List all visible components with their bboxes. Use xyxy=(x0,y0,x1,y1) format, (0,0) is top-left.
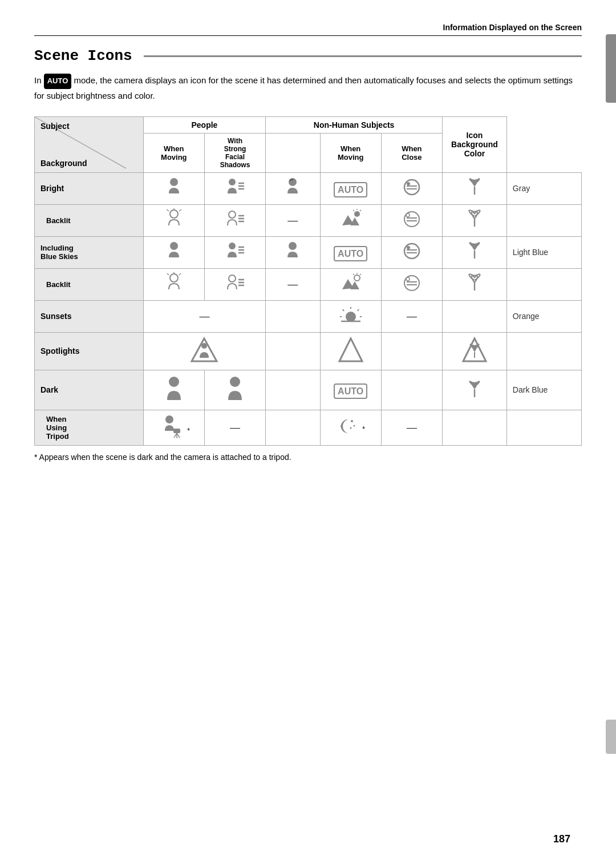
spotlights-nonhuman xyxy=(320,332,381,370)
spotlight-flower-icon xyxy=(461,336,488,364)
section-title: Scene Icons xyxy=(34,47,582,64)
backlit2-nonhuman xyxy=(320,268,381,300)
icon-bg-color-header: IconBackgroundColor xyxy=(443,116,507,172)
top-header: Information Displayed on the Screen xyxy=(34,23,582,36)
backlit2-nh-moving xyxy=(381,268,442,300)
tripod-nonhuman: * xyxy=(320,410,381,445)
person-strong-icon xyxy=(224,176,246,198)
flower-blue-icon xyxy=(464,240,485,262)
with-strong-header: WithStrongFacialShadows xyxy=(204,133,265,172)
spotlight-person-icon xyxy=(189,336,219,364)
person-backlit-icon xyxy=(163,208,185,230)
svg-line-60 xyxy=(343,309,344,311)
svg-point-29 xyxy=(170,242,178,250)
circle-blue-lines-icon xyxy=(401,240,423,262)
person-blue-lines-icon xyxy=(224,240,246,262)
svg-point-7 xyxy=(404,180,419,195)
svg-point-2 xyxy=(229,179,236,185)
circle-lines-icon xyxy=(401,176,423,198)
flower-icon xyxy=(464,176,485,198)
svg-point-65 xyxy=(201,343,207,349)
color-darkblue: Dark Blue xyxy=(506,370,581,410)
person-blue-backlit-icon xyxy=(163,272,185,294)
svg-point-76 xyxy=(354,425,355,426)
page-number: 187 xyxy=(553,833,570,845)
tripod-people-strong: — xyxy=(204,410,265,445)
person-shadow-icon xyxy=(282,176,303,198)
backlit1-people-moving xyxy=(143,204,204,236)
flower-backlit-icon xyxy=(464,208,485,230)
blue-nh-moving xyxy=(381,236,442,268)
sunsets-people-strong2 xyxy=(266,300,320,332)
svg-line-23 xyxy=(360,210,361,211)
bg-backlit1: Backlit xyxy=(35,204,144,236)
flower-blue-backlit-icon xyxy=(464,272,485,294)
landscape-blue-backlit-icon xyxy=(340,272,362,294)
footnote: * Appears when the scene is dark and the… xyxy=(34,453,582,462)
svg-point-11 xyxy=(170,210,178,218)
flower-dark-icon xyxy=(464,378,485,399)
auto-gray-badge: AUTO xyxy=(334,182,367,197)
svg-point-70 xyxy=(165,415,173,423)
table-row: Backlit — xyxy=(35,204,582,236)
svg-point-39 xyxy=(170,274,178,282)
spotlights-nh-close xyxy=(443,332,507,370)
bg-spotlights: Spotlights xyxy=(35,332,144,370)
svg-point-56 xyxy=(406,277,410,281)
bright-people-strong2 xyxy=(266,172,320,204)
color-blank1 xyxy=(506,204,581,236)
dark-nonhuman: AUTO xyxy=(320,370,381,410)
right-tab2 xyxy=(606,720,616,754)
tripod-people-moving: * xyxy=(143,410,204,445)
nh-when-close-header: WhenClose xyxy=(381,133,442,172)
color-blank2 xyxy=(506,268,581,300)
table-row: IncludingBlue Skies xyxy=(35,236,582,268)
table-row: WhenUsingTripod * — xyxy=(35,410,582,445)
svg-point-75 xyxy=(351,420,353,422)
svg-marker-66 xyxy=(339,338,362,361)
spotlights-people-strong2 xyxy=(266,332,320,370)
color-blank4 xyxy=(506,410,581,445)
table-row: Dark AUTO xyxy=(35,370,582,410)
people-header: People xyxy=(143,116,266,133)
svg-line-12 xyxy=(167,209,169,211)
bg-blue-skies: IncludingBlue Skies xyxy=(35,236,144,268)
backlit2-people-strong2: — xyxy=(266,268,320,300)
dark-people-strong2 xyxy=(266,370,320,410)
auto-lightblue-badge: AUTO xyxy=(334,246,367,261)
landscape-backlit-icon xyxy=(340,208,362,230)
dark-nh-close xyxy=(443,370,507,410)
backlit1-nh-close xyxy=(443,204,507,236)
nonhuman-col1-header xyxy=(266,133,320,172)
tripod-people-strong2 xyxy=(266,410,320,445)
svg-line-59 xyxy=(358,309,359,311)
color-lightblue: Light Blue xyxy=(506,236,581,268)
svg-line-52 xyxy=(353,274,354,275)
tripod-nh-moving: — xyxy=(381,410,442,445)
spotlights-people xyxy=(143,332,266,370)
svg-line-42 xyxy=(179,273,181,275)
blue-people-strong2 xyxy=(266,236,320,268)
bright-nh-close xyxy=(443,172,507,204)
blue-nonhuman: AUTO xyxy=(320,236,381,268)
svg-point-35 xyxy=(404,244,419,259)
table-row: Sunsets — — Orange xyxy=(35,300,582,332)
svg-line-24 xyxy=(353,210,354,211)
bg-sunsets: Sunsets xyxy=(35,300,144,332)
bright-nonhuman: AUTO xyxy=(320,172,381,204)
auto-mode-badge: AUTO xyxy=(44,74,72,89)
svg-point-49 xyxy=(354,275,360,281)
spotlights-nh-moving xyxy=(381,332,442,370)
svg-point-34 xyxy=(289,242,297,250)
table-row: Backlit — xyxy=(35,268,582,300)
sunset-icon xyxy=(339,304,363,326)
blue-nh-close xyxy=(443,236,507,268)
circle-backlit-lines-icon xyxy=(401,208,423,230)
subject-label: Subject xyxy=(40,122,70,131)
scene-icons-table: Subject Background People Non-Human Subj… xyxy=(34,116,582,446)
table-row: Bright xyxy=(35,172,582,204)
intro-text: In AUTO mode, the camera displays an ico… xyxy=(34,74,582,103)
nh-when-moving-header: WhenMoving xyxy=(320,133,381,172)
footnote-star: * xyxy=(34,453,37,462)
when-moving-header: WhenMoving xyxy=(143,133,204,172)
